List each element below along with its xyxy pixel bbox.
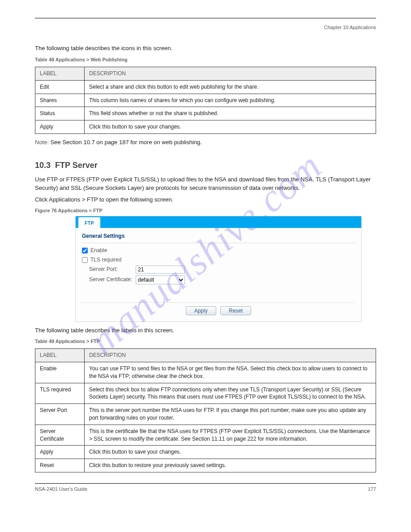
- general-settings-separator: [82, 243, 355, 243]
- section-title: 10.3 FTP Server: [35, 160, 376, 171]
- table2-r2-c1: This is the server port number the NSA u…: [85, 404, 376, 425]
- table2-header-row: LABEL DESCRIPTION: [35, 349, 376, 362]
- table1-r3-c1: Click this button to save your changes.: [85, 120, 376, 134]
- table1-header-desc: DESCRIPTION: [85, 67, 376, 80]
- server-cert-select[interactable]: default: [136, 275, 185, 284]
- ftp-button-row: Apply Reset: [82, 302, 355, 315]
- section-number: 10.3: [35, 161, 51, 170]
- table1-r2-c0: Status: [35, 107, 85, 120]
- table2-caption: Table 49 Applications > FTP: [35, 338, 376, 345]
- table1-r0-c0: Edit: [35, 80, 85, 94]
- post-table-intro: The following table describes the labels…: [35, 326, 376, 335]
- tls-row: TLS required: [82, 256, 355, 264]
- header-chapter: Chapter 10 Applications: [324, 24, 376, 31]
- table2-r1-c0: TLS required: [35, 383, 85, 404]
- tls-required-label: TLS required: [90, 256, 121, 264]
- figure-caption: Figure 76 Applications > FTP: [35, 207, 376, 214]
- table2-header-label: LABEL: [35, 349, 85, 362]
- table1-r3-c0: Apply: [35, 120, 85, 134]
- server-cert-row: Server Certificate: default: [82, 275, 355, 284]
- table-row: Apply Click this button to save your cha…: [35, 120, 376, 134]
- server-port-row: Server Port:: [82, 266, 355, 274]
- table-row: Reset Click this button to restore your …: [35, 459, 376, 472]
- table2-r0-c0: Enable: [35, 362, 85, 383]
- ftp-settings-panel: FTP General Settings Enable TLS required…: [75, 216, 362, 322]
- section-body: Use FTP or FTPES (FTP over Explicit TLS/…: [35, 176, 376, 192]
- enable-checkbox[interactable]: [82, 248, 88, 253]
- tls-required-checkbox[interactable]: [82, 257, 88, 263]
- intro-text: The following table describes the icons …: [35, 44, 376, 52]
- table2-r3-c0: Server Certificate: [35, 425, 85, 446]
- table-row: Status This field shows whether or not t…: [35, 107, 376, 120]
- table1-r2-c1: This field shows whether or not the shar…: [85, 107, 376, 120]
- table1: LABEL DESCRIPTION Edit Select a share an…: [35, 67, 376, 134]
- server-port-input[interactable]: [136, 266, 185, 274]
- table2-r5-c0: Reset: [35, 459, 85, 472]
- table2-r4-c0: Apply: [35, 446, 85, 459]
- table2-r4-c1: Click this button to save your changes.: [85, 446, 376, 459]
- table-row: TLS required Select this check box to al…: [35, 383, 376, 404]
- table-row: Apply Click this button to save your cha…: [35, 446, 376, 459]
- reset-button[interactable]: Reset: [220, 306, 251, 315]
- server-port-label: Server Port:: [89, 266, 136, 273]
- table-row: Server Port This is the server port numb…: [35, 404, 376, 425]
- table-row: Enable You can use FTP to send files to …: [35, 362, 376, 383]
- enable-row: Enable: [82, 247, 355, 254]
- server-cert-label: Server Certificate:: [89, 276, 136, 283]
- note-label: Note:: [35, 139, 49, 146]
- table2-header-desc: DESCRIPTION: [85, 349, 376, 362]
- table1-r0-c1: Select a share and click this button to …: [85, 80, 376, 94]
- click-path-text: Click Applications > FTP to open the fol…: [35, 196, 376, 204]
- table1-r1-c1: This column lists names of shares for wh…: [85, 94, 376, 107]
- page-header: Chapter 10 Applications: [35, 24, 376, 31]
- table-row: Server Certificate This is the certifica…: [35, 425, 376, 446]
- table2-r3-c1: This is the certificate file that the NS…: [85, 425, 376, 446]
- table1-header-label: LABEL: [35, 67, 85, 80]
- table-row: Edit Select a share and click this butto…: [35, 80, 376, 94]
- enable-label: Enable: [90, 247, 107, 254]
- tab-ftp[interactable]: FTP: [78, 217, 100, 228]
- table1-caption: Table 48 Applications > Web Publishing: [35, 56, 376, 63]
- table1-header-row: LABEL DESCRIPTION: [35, 67, 376, 80]
- table2-r5-c1: Click this button to restore your previo…: [85, 459, 376, 472]
- apply-button[interactable]: Apply: [186, 306, 216, 315]
- table2: LABEL DESCRIPTION Enable You can use FTP…: [35, 348, 376, 472]
- table-row: Shares This column lists names of shares…: [35, 94, 376, 107]
- table2-r0-c1: You can use FTP to send files to the NSA…: [85, 362, 376, 383]
- note-line: Note: See Section 10.7 on page 187 for m…: [35, 138, 376, 146]
- note-text: See Section 10.7 on page 187 for more on…: [51, 139, 202, 146]
- table2-r1-c1: Select this check box to allow FTP conne…: [85, 383, 376, 404]
- footer-page: 177: [368, 486, 376, 493]
- table1-r1-c0: Shares: [35, 94, 85, 107]
- ftp-panel-body: General Settings Enable TLS required Ser…: [76, 228, 361, 321]
- footer-guide: NSA-2401 User's Guide: [35, 486, 87, 493]
- table2-r2-c0: Server Port: [35, 404, 85, 425]
- page-footer: NSA-2401 User's Guide 177: [35, 486, 376, 493]
- general-settings-title: General Settings: [82, 232, 355, 240]
- ftp-tabbar: FTP: [76, 216, 361, 228]
- header-rule: [35, 18, 376, 22]
- section-name: FTP Server: [55, 161, 98, 170]
